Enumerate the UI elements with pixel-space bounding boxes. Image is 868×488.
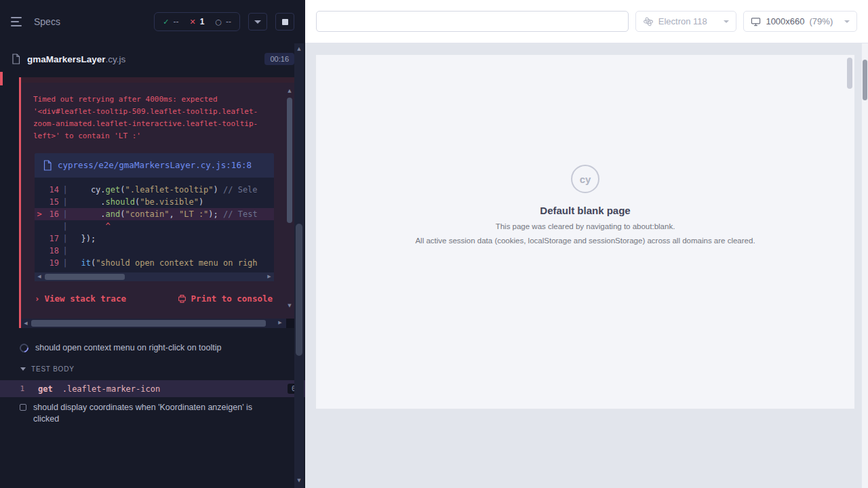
code-line: 19| it("should open context menu on righ bbox=[35, 257, 274, 269]
specs-label: Specs bbox=[34, 16, 60, 27]
aut-scrollbar-thumb[interactable] bbox=[847, 58, 852, 89]
browser-select[interactable]: Electron 118 bbox=[635, 11, 737, 32]
command-row[interactable]: 1 get .leaflet-marker-icon 0 bbox=[0, 380, 305, 397]
spec-name-ext: .cy.js bbox=[106, 54, 126, 64]
test-title: should display coordinates when 'Koordin… bbox=[33, 402, 267, 425]
test-stats: ✓ -- ✕ 1 ○ -- bbox=[154, 12, 240, 31]
spec-header[interactable]: gmaMarkersLayer.cy.js 00:16 bbox=[0, 43, 305, 75]
chevron-down-icon bbox=[844, 20, 850, 23]
runner-main: Electron 118 1000x660 (79%) cy Default b… bbox=[305, 0, 868, 488]
chevron-down-icon bbox=[20, 367, 26, 371]
spec-name-main: gmaMarkersLayer bbox=[27, 54, 106, 64]
code-frame-file-link[interactable]: cypress/e2e/gmaMarkersLayer.cy.js:16:8 bbox=[58, 159, 252, 171]
test-body-label: TEST BODY bbox=[31, 365, 75, 373]
blank-page-message-2: All active session data (cookies, localS… bbox=[415, 235, 755, 246]
aut-toolbar: Electron 118 1000x660 (79%) bbox=[305, 0, 868, 43]
file-icon bbox=[11, 54, 21, 64]
error-vertical-scrollbar[interactable]: ▲ ▼ bbox=[285, 87, 294, 310]
error-message: Timed out retrying after 4000ms: expecte… bbox=[21, 83, 296, 150]
scroll-up-icon[interactable]: ▲ bbox=[285, 87, 294, 96]
scroll-right-icon[interactable]: ▶ bbox=[275, 319, 285, 327]
blank-page: cy Default blank page This page was clea… bbox=[316, 55, 854, 409]
code-frame: cypress/e2e/gmaMarkersLayer.cy.js:16:8 1… bbox=[35, 153, 274, 281]
scroll-down-icon[interactable]: ▼ bbox=[294, 476, 304, 485]
viewport-info[interactable]: 1000x660 (79%) bbox=[743, 11, 857, 32]
code-horizontal-scrollbar[interactable]: ◀ ▶ bbox=[35, 272, 274, 281]
error-horizontal-scrollbar[interactable]: ◀ ▶ bbox=[21, 319, 296, 328]
file-icon bbox=[43, 160, 52, 171]
chevron-down-icon bbox=[254, 20, 261, 24]
viewport-size: 1000x660 bbox=[766, 16, 804, 26]
test-title: should open context menu on right-click … bbox=[35, 342, 221, 354]
reporter-header: Specs ✓ -- ✕ 1 ○ -- bbox=[0, 0, 305, 43]
code-line: 18| bbox=[35, 245, 274, 257]
x-icon: ✕ bbox=[189, 18, 195, 26]
passed-count: -- bbox=[173, 17, 178, 26]
cypress-logo: cy bbox=[571, 165, 599, 193]
scroll-right-icon[interactable]: ▶ bbox=[264, 272, 274, 281]
scroll-left-icon[interactable]: ◀ bbox=[35, 272, 44, 281]
blank-page-title: Default blank page bbox=[540, 205, 630, 216]
code-line: 15| .should("be.visible") bbox=[35, 196, 274, 208]
failed-count: 1 bbox=[200, 17, 205, 26]
electron-icon bbox=[643, 16, 654, 27]
test-body-toggle[interactable]: TEST BODY bbox=[0, 359, 305, 378]
scroll-up-icon[interactable]: ▲ bbox=[294, 45, 304, 54]
test-row-running[interactable]: should open context menu on right-click … bbox=[0, 338, 305, 359]
print-icon bbox=[178, 294, 186, 303]
code-line: 17| }); bbox=[35, 232, 274, 245]
viewport-zoom: (79%) bbox=[810, 16, 833, 26]
stat-passed: ✓ -- bbox=[163, 17, 178, 26]
chevron-right-icon: › bbox=[35, 293, 40, 304]
scroll-left-icon[interactable]: ◀ bbox=[21, 319, 31, 328]
spec-name: gmaMarkersLayer.cy.js bbox=[27, 54, 125, 64]
test-list: should open context menu on right-click … bbox=[0, 338, 305, 430]
print-to-console-button[interactable]: Print to console bbox=[178, 293, 273, 304]
collapse-tests-button[interactable] bbox=[248, 13, 267, 30]
code-frame-header: cypress/e2e/gmaMarkersLayer.cy.js:16:8 bbox=[35, 153, 274, 178]
spec-duration: 00:16 bbox=[264, 53, 294, 65]
window-scrollbar-thumb[interactable] bbox=[863, 60, 867, 100]
cypress-runner: Specs ✓ -- ✕ 1 ○ -- bbox=[0, 0, 868, 488]
stop-run-button[interactable] bbox=[275, 13, 294, 30]
failed-test-error: Timed out retrying after 4000ms: expecte… bbox=[19, 77, 296, 328]
code-line: >16| .and("contain", "LT :"); // Test bbox=[35, 208, 274, 220]
stop-icon bbox=[282, 19, 288, 25]
aut-iframe: cy Default blank page This page was clea… bbox=[316, 55, 854, 409]
window-scrollbar[interactable] bbox=[861, 43, 868, 488]
test-row-pending[interactable]: should display coordinates when 'Koordin… bbox=[0, 397, 305, 430]
stat-pending: ○ -- bbox=[215, 17, 231, 26]
pending-count: -- bbox=[226, 17, 231, 26]
code-line: 14| cy.get(".leaflet-tooltip") // Sele bbox=[35, 184, 274, 196]
running-spinner-icon bbox=[18, 342, 30, 354]
failed-test-marker bbox=[0, 72, 3, 85]
reporter-scrollbar-thumb[interactable] bbox=[296, 224, 302, 356]
view-stack-trace-label: View stack trace bbox=[45, 293, 126, 304]
reporter-vertical-scrollbar[interactable]: ▲ ▼ bbox=[294, 43, 304, 488]
chevron-down-icon bbox=[724, 20, 729, 23]
browser-label: Electron 118 bbox=[658, 16, 707, 26]
error-hscrollbar-thumb[interactable] bbox=[31, 320, 266, 327]
stat-failed: ✕ 1 bbox=[189, 17, 204, 26]
command-message: .leaflet-marker-icon bbox=[62, 384, 161, 394]
pending-icon: ○ bbox=[215, 18, 222, 26]
url-input[interactable] bbox=[316, 11, 629, 32]
aut-stage: cy Default blank page This page was clea… bbox=[305, 43, 868, 488]
check-icon: ✓ bbox=[163, 18, 169, 26]
code-scrollbar-thumb[interactable] bbox=[45, 274, 125, 280]
code-body: 14| cy.get(".leaflet-tooltip") // Sele15… bbox=[35, 178, 274, 272]
print-to-console-label: Print to console bbox=[191, 293, 273, 304]
command-name: get bbox=[38, 384, 53, 394]
reporter-sidebar: Specs ✓ -- ✕ 1 ○ -- bbox=[0, 0, 305, 488]
error-actions: › View stack trace Print to console bbox=[21, 281, 296, 317]
view-stack-trace-button[interactable]: › View stack trace bbox=[35, 293, 126, 304]
error-scrollbar-thumb[interactable] bbox=[287, 98, 292, 223]
command-number: 1 bbox=[0, 384, 38, 393]
attempt-top-strip bbox=[21, 77, 296, 83]
monitor-icon bbox=[751, 17, 761, 26]
scroll-down-icon[interactable]: ▼ bbox=[285, 302, 294, 310]
pending-square-icon bbox=[20, 404, 26, 411]
blank-page-message-1: This page was cleared by navigating to a… bbox=[496, 221, 675, 232]
specs-menu-icon[interactable] bbox=[11, 16, 26, 28]
code-line: | ^ bbox=[35, 220, 274, 232]
